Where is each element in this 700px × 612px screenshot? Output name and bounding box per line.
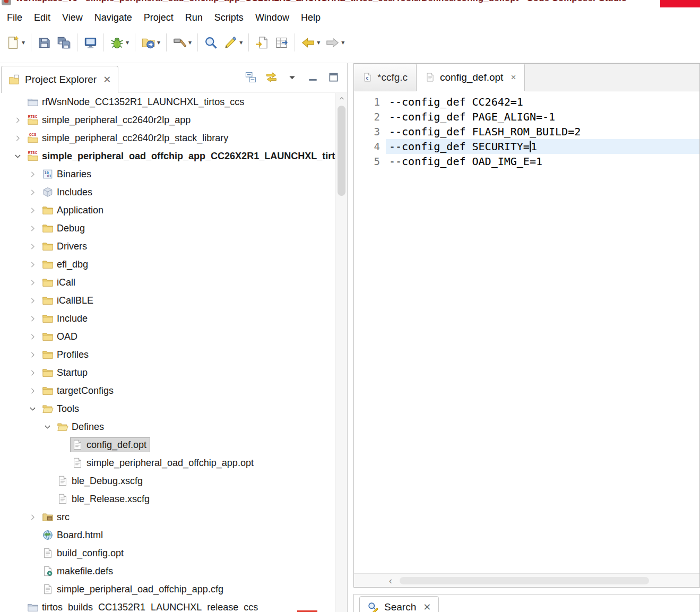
- collapse-all-icon[interactable]: [245, 71, 257, 83]
- dropdown-caret-icon[interactable]: ▾: [22, 39, 25, 46]
- menu-project[interactable]: Project: [138, 9, 179, 27]
- tree-item-src[interactable]: src: [1, 508, 335, 526]
- chevron-right-icon[interactable]: [10, 114, 25, 126]
- chevron-right-icon[interactable]: [24, 330, 40, 343]
- menu-window[interactable]: Window: [249, 9, 295, 27]
- tree-item-rfwsnnode-cc1352r1-launchxl-tirtos-ccs[interactable]: rfWsnNode_CC1352R1_LAUNCHXL_tirtos_ccs: [1, 93, 335, 111]
- menu-edit[interactable]: Edit: [28, 9, 56, 27]
- chevron-right-icon[interactable]: [24, 204, 40, 217]
- chevron-right-icon[interactable]: [24, 168, 40, 180]
- next-annotation-button[interactable]: [273, 33, 290, 52]
- tree-item-build-config-opt[interactable]: build_config.opt: [1, 544, 335, 562]
- tree-item-icallble[interactable]: iCallBLE: [1, 291, 335, 309]
- minimize-icon[interactable]: [307, 71, 319, 83]
- vertical-scrollbar[interactable]: [335, 93, 347, 612]
- code-line[interactable]: --config_def PAGE_ALIGN=-1: [386, 109, 699, 124]
- tree-entry[interactable]: simple_peripheral_oad_offchip_app.opt: [70, 455, 257, 470]
- tree-entry[interactable]: build_config.opt: [40, 546, 127, 561]
- dropdown-caret-icon[interactable]: ▾: [239, 39, 243, 46]
- tree-item-simple-peripheral-cc2640r2lp-stack-library[interactable]: CCSsimple_peripheral_cc2640r2lp_stack_li…: [1, 129, 335, 147]
- chevron-right-icon[interactable]: [24, 258, 40, 271]
- chevron-right-icon[interactable]: [24, 384, 40, 397]
- back-button[interactable]: ▾: [299, 33, 322, 52]
- horizontal-scrollbar[interactable]: ‹: [354, 573, 699, 587]
- dropdown-caret-icon[interactable]: ▾: [317, 39, 320, 46]
- editor-body[interactable]: 12345 --config_def CC2642=1--config_def …: [354, 91, 699, 573]
- tree-entry[interactable]: RTSCsimple_peripheral_oad_offchip_app_CC…: [25, 149, 335, 163]
- chevron-right-icon[interactable]: [24, 186, 40, 199]
- tree-item-simple-peripheral-oad-offchip-app-cc26x2r1-launchxl-tirtos-ccs[interactable]: RTSCsimple_peripheral_oad_offchip_app_CC…: [1, 147, 335, 165]
- tree-entry[interactable]: ble_Release.xscfg: [55, 492, 153, 506]
- tree-entry[interactable]: efl_dbg: [40, 257, 92, 272]
- tree-entry[interactable]: ble_Debug.xscfg: [55, 473, 146, 488]
- tree-item-oad[interactable]: OAD: [1, 327, 335, 346]
- tree-item-simple-peripheral-oad-offchip-app-cfg[interactable]: simple_peripheral_oad_offchip_app.cfg: [1, 580, 335, 598]
- chevron-down-icon[interactable]: [10, 150, 25, 162]
- tree-item-includes[interactable]: Includes: [1, 183, 335, 201]
- tree-entry[interactable]: RTSCsimple_peripheral_cc2640r2lp_app: [25, 113, 194, 127]
- chevron-right-icon[interactable]: [24, 366, 40, 379]
- menu-scripts[interactable]: Scripts: [209, 9, 249, 27]
- chevron-right-icon[interactable]: [24, 294, 40, 307]
- tree-item-targetconfigs[interactable]: targetConfigs: [1, 382, 335, 400]
- code-editor[interactable]: --config_def CC2642=1--config_def PAGE_A…: [386, 91, 699, 573]
- close-icon[interactable]: ×: [511, 72, 516, 83]
- tree-entry[interactable]: Includes: [40, 185, 96, 200]
- view-menu-icon[interactable]: [286, 71, 298, 83]
- tree-item-tools[interactable]: Tools: [1, 400, 335, 418]
- code-line[interactable]: --config_def FLASH_ROM_BUILD=2: [386, 124, 699, 139]
- tree-item-board-html[interactable]: Board.html: [1, 526, 335, 544]
- chevron-right-icon[interactable]: [24, 240, 40, 253]
- dropdown-caret-icon[interactable]: ▾: [341, 39, 344, 46]
- maximize-icon[interactable]: [327, 71, 340, 83]
- debug-button[interactable]: ▾: [108, 33, 131, 52]
- tree-item-drivers[interactable]: Drivers: [1, 237, 335, 255]
- tree-item-include[interactable]: Include: [1, 309, 335, 327]
- chevron-right-icon[interactable]: [24, 312, 40, 325]
- search-button[interactable]: [202, 33, 220, 52]
- tree-entry[interactable]: Include: [40, 311, 91, 326]
- scrollbar-thumb[interactable]: [338, 106, 345, 196]
- dropdown-caret-icon[interactable]: ▾: [126, 39, 129, 46]
- forward-button[interactable]: ▾: [324, 33, 346, 52]
- close-icon[interactable]: ✕: [423, 601, 431, 612]
- tree-entry[interactable]: targetConfigs: [40, 383, 117, 398]
- tree-item-simple-peripheral-cc2640r2lp-app[interactable]: RTSCsimple_peripheral_cc2640r2lp_app: [1, 111, 335, 129]
- tree-entry[interactable]: Tools: [40, 401, 83, 416]
- tree-entry[interactable]: CCSsimple_peripheral_cc2640r2lp_stack_li…: [25, 131, 232, 145]
- chevron-right-icon[interactable]: [24, 511, 40, 523]
- menu-view[interactable]: View: [56, 9, 89, 27]
- tree-entry[interactable]: Board.html: [40, 528, 107, 542]
- menu-run[interactable]: Run: [179, 9, 209, 27]
- close-icon[interactable]: ✕: [103, 74, 111, 85]
- tree-entry[interactable]: rfWsnNode_CC1352R1_LAUNCHXL_tirtos_ccs: [25, 94, 248, 109]
- window-close-button[interactable]: [660, 0, 700, 7]
- last-edit-location-button[interactable]: [253, 33, 271, 52]
- editor-tab-ccfg-c[interactable]: c*ccfg.c: [354, 64, 417, 91]
- code-line[interactable]: --config_def SECURITY=1: [386, 139, 699, 154]
- new-button[interactable]: ▾: [4, 33, 27, 52]
- tree-item-simple-peripheral-oad-offchip-app-opt[interactable]: simple_peripheral_oad_offchip_app.opt: [1, 454, 335, 472]
- tree-entry[interactable]: iCall: [40, 275, 79, 290]
- tree-item-binaries[interactable]: 1001Binaries: [1, 165, 335, 183]
- tree-item-debug[interactable]: Debug: [1, 219, 335, 237]
- menu-file[interactable]: File: [1, 9, 28, 27]
- tree-item-config-def-opt[interactable]: config_def.opt: [1, 436, 335, 454]
- project-explorer-tab[interactable]: Project Explorer ✕: [1, 66, 118, 93]
- tree-item-profiles[interactable]: Profiles: [1, 346, 335, 364]
- tree-entry[interactable]: 1001Binaries: [40, 167, 95, 182]
- build-button[interactable]: ▾: [171, 33, 193, 52]
- scroll-up-arrow-icon[interactable]: [336, 93, 347, 105]
- chevron-right-icon[interactable]: [10, 132, 25, 144]
- tree-item-efl-dbg[interactable]: efl_dbg: [1, 255, 335, 273]
- tree-item-application[interactable]: Application: [1, 201, 335, 219]
- tree-entry[interactable]: config_def.opt: [70, 437, 150, 452]
- chevron-down-icon[interactable]: [24, 402, 40, 415]
- tree-entry[interactable]: Debug: [40, 221, 89, 236]
- console-button[interactable]: [82, 33, 99, 52]
- scrollbar-thumb[interactable]: [400, 577, 649, 584]
- code-line[interactable]: --config_def CC2642=1: [386, 94, 699, 109]
- chevron-right-icon[interactable]: [24, 222, 40, 235]
- tree-item-ble-debug-xscfg[interactable]: ble_Debug.xscfg: [1, 472, 335, 490]
- chevron-right-icon[interactable]: [24, 276, 40, 289]
